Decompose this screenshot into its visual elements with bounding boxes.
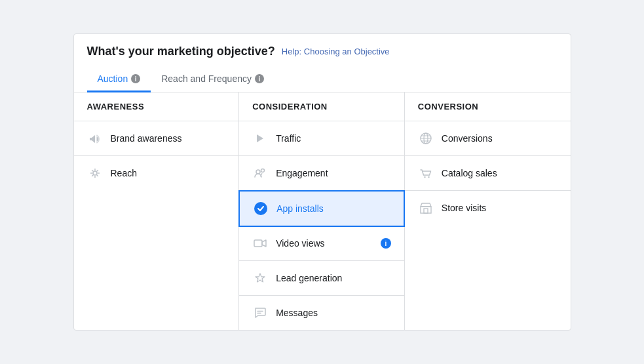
svg-rect-12 bbox=[254, 240, 262, 247]
lead-generation-label: Lead generation bbox=[276, 273, 391, 283]
conversions-item[interactable]: Conversions bbox=[405, 121, 571, 156]
tab-auction[interactable]: Auction i bbox=[87, 67, 151, 92]
store-visits-icon bbox=[418, 200, 434, 216]
consideration-header: Consideration bbox=[239, 92, 404, 121]
lead-generation-item[interactable]: Lead generation bbox=[239, 261, 404, 296]
tab-auction-info-icon[interactable]: i bbox=[131, 74, 140, 83]
messages-item[interactable]: Messages bbox=[239, 296, 404, 330]
svg-point-10 bbox=[261, 169, 265, 172]
conversion-header: Conversion bbox=[405, 92, 571, 121]
card-header: What's your marketing objective? Help: C… bbox=[74, 34, 571, 92]
tab-reach-frequency[interactable]: Reach and Frequency i bbox=[151, 67, 275, 92]
reach-icon bbox=[87, 165, 103, 181]
reach-item[interactable]: Reach bbox=[74, 156, 239, 190]
reach-label: Reach bbox=[111, 168, 226, 178]
video-views-item[interactable]: Video views i bbox=[239, 226, 404, 261]
lead-generation-icon bbox=[252, 270, 268, 286]
marketing-objective-card: What's your marketing objective? Help: C… bbox=[73, 33, 571, 331]
svg-point-20 bbox=[424, 176, 425, 178]
traffic-item[interactable]: Traffic bbox=[239, 121, 404, 156]
store-visits-item[interactable]: Store visits bbox=[405, 191, 571, 225]
video-views-label: Video views bbox=[276, 238, 373, 249]
awareness-header: Awareness bbox=[74, 92, 239, 121]
page-title: What's your marketing objective? bbox=[87, 45, 275, 58]
svg-line-7 bbox=[96, 170, 98, 171]
tabs-container: Auction i Reach and Frequency i bbox=[87, 66, 558, 92]
svg-line-6 bbox=[96, 175, 98, 176]
video-views-info-badge[interactable]: i bbox=[381, 238, 391, 249]
svg-point-9 bbox=[256, 170, 260, 174]
brand-awareness-label: Brand awareness bbox=[111, 133, 226, 144]
conversions-icon bbox=[418, 131, 434, 146]
app-installs-label: App installs bbox=[276, 203, 390, 214]
catalog-sales-icon bbox=[418, 165, 434, 181]
megaphone-icon bbox=[87, 131, 103, 146]
objectives-grid: Awareness Brand awareness bbox=[74, 92, 571, 330]
engagement-item[interactable]: Engagement bbox=[239, 156, 404, 191]
store-visits-label: Store visits bbox=[442, 203, 558, 213]
svg-point-0 bbox=[93, 171, 97, 175]
tab-reach-frequency-info-icon[interactable]: i bbox=[255, 74, 264, 83]
catalog-sales-item[interactable]: Catalog sales bbox=[405, 156, 571, 191]
tab-auction-label: Auction bbox=[98, 73, 128, 84]
conversions-label: Conversions bbox=[442, 133, 558, 144]
traffic-icon bbox=[252, 131, 268, 146]
engagement-label: Engagement bbox=[276, 168, 391, 178]
catalog-sales-label: Catalog sales bbox=[442, 168, 558, 178]
messages-label: Messages bbox=[276, 308, 391, 318]
app-installs-icon bbox=[253, 201, 269, 216]
svg-rect-22 bbox=[421, 207, 431, 213]
brand-awareness-item[interactable]: Brand awareness bbox=[74, 121, 239, 156]
svg-line-8 bbox=[92, 175, 93, 176]
svg-point-21 bbox=[428, 176, 429, 178]
engagement-icon bbox=[252, 165, 268, 181]
svg-line-5 bbox=[92, 170, 93, 171]
svg-rect-23 bbox=[424, 209, 428, 213]
messages-icon bbox=[252, 305, 268, 321]
awareness-column: Awareness Brand awareness bbox=[74, 92, 240, 330]
svg-point-11 bbox=[254, 202, 267, 215]
traffic-label: Traffic bbox=[276, 133, 391, 144]
conversion-column: Conversion Conversions bbox=[405, 92, 571, 330]
tab-reach-frequency-label: Reach and Frequency bbox=[161, 73, 252, 84]
app-installs-item[interactable]: App installs bbox=[238, 190, 405, 227]
video-views-icon bbox=[252, 235, 268, 251]
consideration-column: Consideration Traffic bbox=[239, 92, 405, 330]
help-link[interactable]: Help: Choosing an Objective bbox=[282, 47, 390, 56]
title-row: What's your marketing objective? Help: C… bbox=[87, 45, 558, 58]
